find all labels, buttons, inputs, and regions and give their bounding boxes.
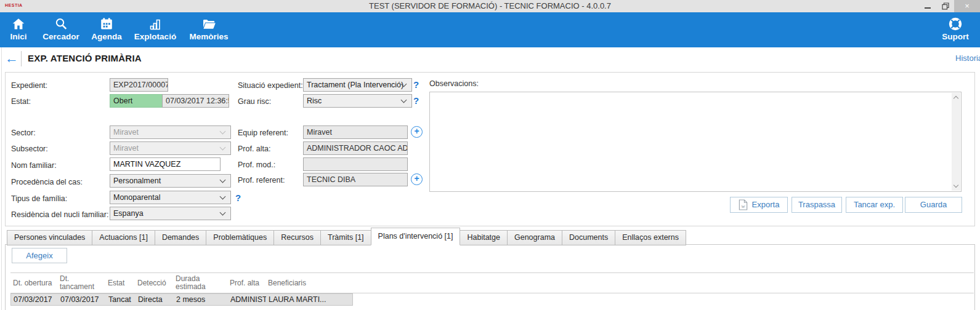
window-controls: ×: [918, 0, 980, 12]
tancar-exp-label: Tancar exp.: [854, 197, 895, 212]
tab-enllacos-externs[interactable]: Enllaços externs: [615, 230, 686, 245]
minimize-icon: [925, 7, 931, 9]
tipus-familia-select[interactable]: Monoparental: [110, 191, 231, 204]
column-header[interactable]: Detecció: [135, 273, 173, 293]
nav-item-cercador[interactable]: Cercador: [38, 17, 84, 41]
expedient-value: EXP2017/00007: [113, 81, 168, 89]
tab-habitatge[interactable]: Habitatge: [460, 230, 508, 245]
subsector-label: Subsector:: [11, 145, 48, 153]
tab-label: Genograma: [514, 233, 555, 242]
chevron-down-icon: [220, 194, 226, 200]
exporta-label: Exporta: [752, 197, 780, 212]
window-left-edge: [1, 47, 2, 310]
tab-persones-vinculades[interactable]: Persones vinculades: [7, 230, 92, 245]
column-header[interactable]: Durada estimada: [173, 273, 227, 293]
equip-referent-field: Miravet: [303, 125, 408, 139]
expedient-label: Expedient:: [11, 81, 47, 90]
situacio-label: Situació expedient:: [238, 81, 303, 90]
column-header[interactable]: Dt. obertura: [10, 273, 57, 293]
prof-alta-label: Prof. alta:: [238, 145, 271, 153]
tab-label: Actuacions [1]: [99, 233, 148, 242]
historial-link[interactable]: Historial: [955, 54, 980, 63]
tab-plans-intervencio[interactable]: Plans d'intervenció [1]: [371, 228, 461, 245]
back-arrow-icon[interactable]: ←: [5, 50, 18, 67]
close-icon: ×: [965, 0, 970, 12]
procedencia-label: Procedència del cas:: [11, 178, 83, 186]
scroll-down-icon[interactable]: [954, 183, 958, 188]
add-circle-icon[interactable]: +: [411, 173, 423, 185]
residencia-value: Espanya: [113, 209, 144, 218]
traspassa-button[interactable]: Traspassa: [792, 197, 842, 213]
tab-tramits[interactable]: Tràmits [1]: [320, 230, 371, 245]
chevron-down-icon: [220, 177, 226, 183]
afegeix-button[interactable]: Afegeix: [12, 248, 67, 263]
column-header[interactable]: Estat: [105, 273, 135, 293]
restore-button[interactable]: [936, 0, 954, 12]
scrollbar[interactable]: [952, 93, 960, 191]
guarda-label: Guarda: [920, 197, 947, 212]
add-circle-icon[interactable]: +: [411, 126, 423, 138]
tab-label: Habitatge: [467, 233, 500, 242]
cell-dt-tancament: 07/03/2017: [58, 294, 106, 305]
guarda-button[interactable]: Guarda: [905, 197, 962, 213]
column-header[interactable]: Prof. alta: [227, 273, 265, 293]
chevron-down-icon: [220, 210, 226, 216]
afegeix-label: Afegeix: [26, 251, 52, 260]
nav-item-explotacio[interactable]: Explotació: [131, 17, 180, 41]
column-header[interactable]: Dt. tancament: [57, 273, 105, 293]
help-icon[interactable]: ?: [413, 79, 419, 90]
exporta-button[interactable]: w Exporta: [730, 197, 788, 213]
restore-icon: [942, 2, 949, 10]
procedencia-select[interactable]: Personalment: [110, 174, 231, 188]
estat-field: Obert: [110, 94, 163, 108]
tab-problematiques[interactable]: Problemàtiques: [206, 230, 274, 245]
tab-content-panel: Afegeix Dt. obertura Dt. tancament Estat…: [5, 244, 975, 310]
nav-item-inici[interactable]: Inici: [5, 17, 32, 41]
tab-demandes[interactable]: Demandes: [155, 230, 206, 245]
residencia-select[interactable]: Espanya: [110, 207, 231, 220]
nav-item-memories[interactable]: Memòries: [185, 17, 233, 41]
tab-documents[interactable]: Documents: [562, 230, 615, 245]
scroll-up-icon[interactable]: [954, 96, 958, 101]
sector-value: Miravet: [113, 128, 139, 137]
grau-risc-select[interactable]: Risc: [303, 94, 412, 108]
tab-recursos[interactable]: Recursos: [273, 230, 321, 245]
tipus-familia-label: Tipus de família:: [11, 194, 67, 203]
cell-durada: 2 mesos: [174, 294, 228, 305]
close-button[interactable]: ×: [954, 0, 980, 12]
tab-actuacions[interactable]: Actuacions [1]: [92, 230, 155, 245]
chevron-down-icon: [401, 97, 407, 103]
window-titlebar: HESTIA TEST (SERVIDOR DE FORMACIÓ) - TEC…: [0, 0, 980, 12]
nav-item-suport[interactable]: Suport: [937, 17, 974, 41]
cell-deteccio: Directa: [136, 294, 174, 305]
tab-label: Tràmits [1]: [328, 233, 364, 242]
lifebuoy-icon: [948, 17, 963, 31]
tab-genograma[interactable]: Genograma: [507, 230, 562, 245]
nav-item-label: Explotació: [131, 32, 180, 41]
header-divider: [21, 51, 22, 66]
minimize-button[interactable]: [918, 0, 936, 12]
estat-date-value: 07/03/2017 12:36:56: [166, 97, 229, 105]
home-icon: [11, 17, 26, 31]
table-row[interactable]: 07/03/2017 07/03/2017 Tancat Directa 2 m…: [10, 293, 353, 306]
nav-item-agenda[interactable]: Agenda: [87, 17, 126, 41]
nav-item-label: Agenda: [87, 32, 126, 41]
situacio-select[interactable]: Tractament (Pla Intervenció): [303, 78, 412, 92]
tancar-exp-button[interactable]: Tancar exp.: [846, 197, 903, 213]
calendar-icon: [99, 17, 114, 31]
grau-risc-label: Grau risc:: [238, 97, 271, 106]
situacio-value: Tractament (Pla Intervenció): [307, 81, 403, 89]
estat-date-field: 07/03/2017 12:36:56: [162, 94, 229, 108]
sector-select: Miravet: [110, 125, 231, 139]
nom-familiar-input[interactable]: MARTIN VAZQUEZ: [110, 157, 221, 171]
residencia-label: Residència del nucli familiar:: [11, 210, 108, 219]
observacions-textarea[interactable]: [429, 92, 962, 192]
tab-label: Documents: [569, 233, 608, 242]
help-icon[interactable]: ?: [235, 193, 241, 203]
prof-mod-field: [303, 157, 408, 171]
prof-mod-label: Prof. mod.:: [238, 161, 275, 169]
prof-referent-label: Prof. referent:: [238, 176, 285, 185]
cell-dt-obertura: 07/03/2017: [11, 294, 58, 305]
help-icon[interactable]: ?: [413, 95, 419, 106]
column-header[interactable]: Beneficiaris: [265, 273, 352, 293]
